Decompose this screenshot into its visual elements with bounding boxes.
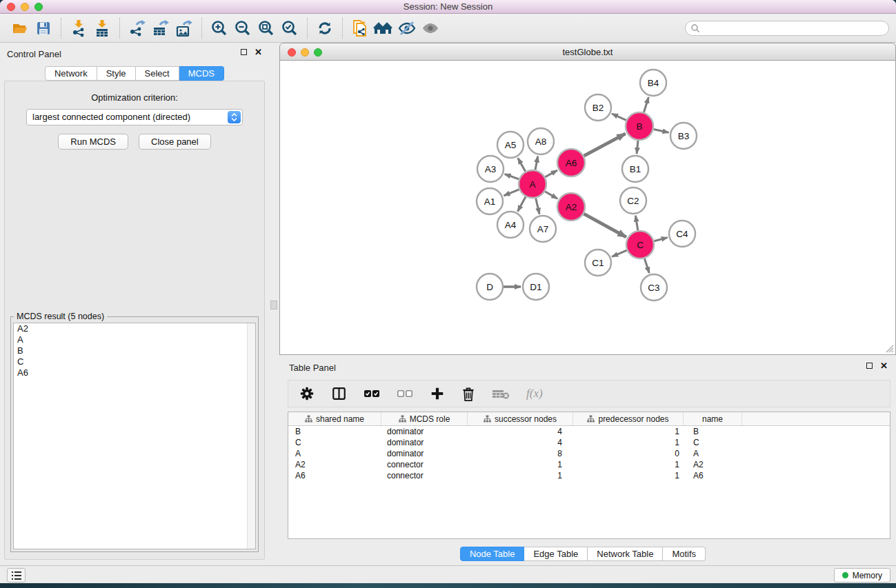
node-table[interactable]: shared nameMCDS rolesuccessor nodesprede… — [288, 412, 890, 539]
mcds-result-list[interactable]: A2ABCA6 — [13, 323, 256, 549]
edge-B-B4[interactable] — [644, 97, 648, 112]
close-panel-icon[interactable]: ✕ — [255, 48, 262, 56]
tab-select[interactable]: Select — [136, 66, 179, 81]
edge-A-A1[interactable] — [504, 190, 519, 196]
edge-B-B1[interactable] — [637, 141, 638, 154]
deselect-all-columns-icon[interactable] — [397, 389, 413, 398]
edge-A-A7[interactable] — [536, 199, 539, 214]
graph-node-D[interactable]: D — [477, 274, 503, 300]
table-row[interactable]: Cdominator41C — [288, 437, 890, 448]
search-box[interactable] — [685, 21, 889, 36]
mcds-result-item[interactable]: A — [14, 334, 255, 345]
column-header-name[interactable]: name — [684, 412, 742, 425]
column-pane-icon[interactable] — [331, 386, 347, 401]
run-mcds-button[interactable]: Run MCDS — [58, 134, 128, 150]
tab-network-table[interactable]: Network Table — [588, 547, 663, 561]
column-header-MCDS-role[interactable]: MCDS role — [381, 412, 468, 425]
table-row[interactable]: A6connector11A6 — [288, 470, 890, 481]
panel-split-handle[interactable] — [270, 301, 277, 310]
mcds-result-item[interactable]: B — [14, 345, 255, 356]
edge-C-C3[interactable] — [644, 258, 649, 273]
column-header-shared-name[interactable]: shared name — [288, 412, 381, 425]
graph-node-C3[interactable]: C3 — [641, 274, 667, 301]
graph-node-A[interactable]: A — [519, 170, 546, 198]
close-view-button[interactable] — [288, 48, 296, 57]
export-table-button[interactable] — [149, 17, 172, 39]
graph-node-A3[interactable]: A3 — [477, 156, 504, 182]
export-image-button[interactable] — [172, 17, 196, 39]
tab-node-table[interactable]: Node Table — [460, 547, 525, 561]
edge-A-A2[interactable] — [545, 192, 557, 199]
select-all-columns-icon[interactable] — [364, 389, 380, 398]
edge-C-C2[interactable] — [635, 216, 637, 231]
close-panel-button[interactable]: Close panel — [139, 134, 211, 150]
edge-C-C4[interactable] — [654, 238, 667, 241]
minimize-window-button[interactable] — [21, 3, 29, 11]
graph-node-B4[interactable]: B4 — [640, 70, 666, 96]
zoom-window-button[interactable] — [34, 3, 43, 11]
criterion-dropdown[interactable]: largest connected component (directed) — [26, 109, 243, 125]
tab-motifs[interactable]: Motifs — [663, 547, 706, 561]
search-input[interactable] — [704, 22, 888, 34]
table-row[interactable]: Adominator80A — [288, 448, 890, 459]
graph-node-B2[interactable]: B2 — [585, 94, 611, 121]
close-window-button[interactable] — [7, 3, 15, 11]
mcds-result-item[interactable]: A6 — [14, 367, 255, 378]
network-canvas[interactable]: B4 B2 B B3 A5 A8 A6 A3 B1 A — [279, 61, 896, 355]
settings-gear-icon[interactable] — [299, 386, 315, 401]
graph-node-A4[interactable]: A4 — [497, 212, 524, 238]
network-graph[interactable]: B4 B2 B B3 A5 A8 A6 A3 B1 A — [280, 61, 895, 354]
zoom-selected-button[interactable] — [278, 17, 301, 39]
column-header-predecessor-nodes[interactable]: predecessor nodes — [573, 412, 684, 425]
graph-node-C2[interactable]: C2 — [620, 187, 646, 214]
graph-node-B3[interactable]: B3 — [670, 123, 697, 149]
graph-node-A2[interactable]: A2 — [557, 193, 585, 221]
graph-node-A5[interactable]: A5 — [497, 132, 524, 158]
edge-B-B3[interactable] — [654, 130, 669, 133]
float-table-panel-icon[interactable] — [866, 363, 873, 369]
graph-node-D1[interactable]: D1 — [523, 274, 549, 300]
table-row[interactable]: A2connector11A2 — [288, 459, 890, 470]
edge-A-A8[interactable] — [535, 156, 538, 170]
refresh-button[interactable] — [313, 17, 337, 39]
zoom-out-button[interactable] — [231, 17, 255, 39]
import-network-button[interactable] — [67, 17, 90, 39]
tab-style[interactable]: Style — [97, 66, 136, 81]
show-all-button[interactable] — [419, 17, 442, 39]
zoom-in-button[interactable] — [208, 17, 231, 39]
export-network-button[interactable] — [126, 17, 149, 39]
add-column-icon[interactable] — [430, 386, 445, 401]
edge-A-A4[interactable] — [518, 197, 526, 212]
graph-node-B1[interactable]: B1 — [622, 156, 648, 182]
save-session-button[interactable] — [32, 17, 55, 39]
graph-node-B[interactable]: B — [626, 112, 653, 140]
edge-A-A3[interactable] — [505, 174, 519, 179]
clone-network-button[interactable] — [348, 17, 372, 39]
resize-grip-icon[interactable] — [884, 343, 894, 353]
edge-B-B2[interactable] — [612, 114, 626, 120]
delete-column-icon[interactable] — [461, 386, 475, 402]
edge-A-A5[interactable] — [518, 158, 526, 172]
edge-A-A6[interactable] — [545, 170, 557, 177]
table-row[interactable]: Bdominator41B — [288, 426, 890, 437]
graph-node-A1[interactable]: A1 — [477, 188, 503, 214]
float-panel-icon[interactable] — [241, 49, 247, 55]
graph-node-C[interactable]: C — [626, 231, 654, 258]
graph-node-A6[interactable]: A6 — [557, 149, 585, 176]
graph-node-A8[interactable]: A8 — [528, 128, 554, 154]
edge-A2-C[interactable] — [584, 214, 626, 237]
tab-network[interactable]: Network — [45, 66, 97, 81]
edge-C-C1[interactable] — [612, 250, 627, 256]
edge-A6-B[interactable] — [584, 134, 626, 156]
column-header-successor-nodes[interactable]: successor nodes — [468, 412, 573, 425]
result-list-scrollbar[interactable] — [247, 323, 255, 549]
open-session-button[interactable] — [8, 17, 32, 39]
tab-mcds[interactable]: MCDS — [179, 66, 224, 81]
graph-node-C4[interactable]: C4 — [669, 221, 695, 247]
network-window-titlebar[interactable]: testGlobe.txt — [279, 43, 896, 61]
import-table-button[interactable] — [90, 17, 114, 39]
memory-button[interactable]: Memory — [834, 568, 890, 582]
minimize-view-button[interactable] — [301, 48, 309, 57]
first-neighbors-button[interactable] — [372, 17, 395, 39]
zoom-fit-button[interactable] — [255, 17, 278, 39]
